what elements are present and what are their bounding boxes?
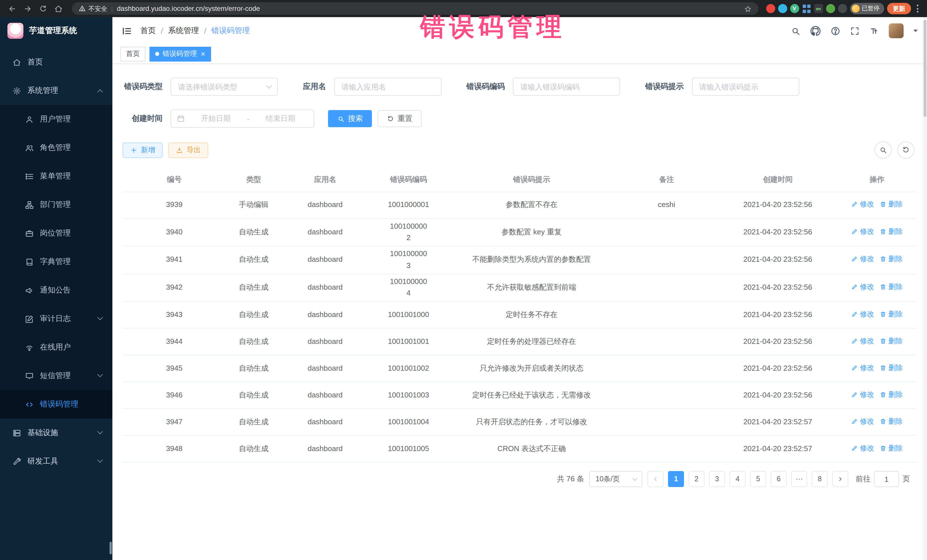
sidebar-item-system-management[interactable]: 系统管理 [0, 76, 112, 105]
browser-reload-button[interactable] [36, 2, 49, 15]
delete-button[interactable]: 删除 [880, 362, 903, 373]
error-code-input[interactable] [513, 77, 620, 96]
prev-page-button[interactable] [647, 471, 663, 487]
delete-button[interactable]: 删除 [880, 389, 903, 400]
toggle-search-button[interactable] [874, 141, 892, 159]
browser-update-button[interactable]: 更新 [887, 3, 911, 14]
browser-back-button[interactable] [6, 2, 18, 15]
sidebar-item-online-users[interactable]: 在线用户 [0, 333, 112, 361]
error-code-field[interactable] [513, 77, 620, 96]
breadcrumb-item[interactable]: 首页 [140, 26, 156, 36]
vue-devtools-icon[interactable]: V [790, 4, 799, 13]
fullscreen-button[interactable] [850, 26, 860, 36]
refresh-table-button[interactable] [897, 141, 915, 159]
breadcrumb-item[interactable]: 系统管理 [168, 26, 199, 36]
page-button-3[interactable]: 3 [709, 471, 725, 487]
page-button-1[interactable]: 1 [668, 471, 684, 487]
edit-button[interactable]: 修改 [851, 226, 874, 237]
error-hint-input[interactable] [692, 77, 799, 96]
table-row: 3945自动生成dashboard1001001002只允许修改为开启或者关闭状… [123, 355, 917, 382]
app-name-field[interactable] [334, 77, 441, 96]
browser-home-button[interactable] [52, 2, 64, 15]
extension-red-icon[interactable] [766, 4, 775, 13]
edit-button[interactable]: 修改 [851, 335, 874, 347]
bookmark-star-button[interactable] [744, 3, 752, 14]
edit-button[interactable]: 修改 [851, 443, 874, 454]
help-button[interactable] [831, 26, 840, 36]
browser-menu-button[interactable] [914, 5, 921, 12]
tab-home[interactable]: 首页 [120, 47, 146, 61]
sidebar-item-dept-management[interactable]: 部门管理 [0, 190, 112, 219]
delete-button[interactable]: 删除 [880, 199, 903, 210]
search-button[interactable]: 搜索 [328, 110, 372, 127]
sidebar-scrollbar-thumb[interactable] [109, 542, 112, 554]
date-start-placeholder[interactable]: 开始日期 [188, 114, 243, 124]
close-icon[interactable]: × [201, 50, 205, 58]
tab-error-code-management[interactable]: 错误码管理× [149, 47, 211, 61]
sidebar-item-user-management[interactable]: 用户管理 [0, 105, 112, 134]
edit-button[interactable]: 修改 [851, 281, 874, 293]
breadcrumb-item[interactable]: 错误码管理 [211, 26, 250, 36]
edit-button[interactable]: 修改 [851, 253, 874, 265]
scrollbar-thumb[interactable] [924, 20, 926, 117]
sidebar-item-audit-log[interactable]: 审计日志 [0, 305, 112, 333]
edit-button[interactable]: 修改 [851, 308, 874, 320]
edit-button[interactable]: 修改 [851, 362, 874, 373]
sidebar-item-notice-announcement[interactable]: 通知公告 [0, 276, 112, 305]
chevron-down-icon[interactable] [913, 30, 918, 34]
add-button[interactable]: 新增 [123, 142, 163, 158]
error-hint-field[interactable] [692, 77, 799, 96]
delete-button[interactable]: 删除 [880, 416, 903, 427]
github-link[interactable] [810, 25, 821, 36]
export-button[interactable]: 导出 [168, 142, 208, 158]
page-button-2[interactable]: 2 [688, 471, 705, 487]
browser-forward-button[interactable] [21, 2, 33, 15]
delete-button[interactable]: 删除 [880, 281, 903, 293]
sidebar-item-dict-management[interactable]: 字典管理 [0, 247, 112, 276]
delete-button[interactable]: 删除 [880, 308, 903, 320]
profile-paused-chip[interactable]: 已暂停 [850, 3, 884, 14]
sidebar-item-menu-management[interactable]: 菜单管理 [0, 162, 112, 190]
app-logo[interactable]: 芋道管理系统 [0, 17, 112, 44]
extensions-puzzle-icon[interactable] [838, 4, 847, 13]
edit-button[interactable]: 修改 [851, 199, 874, 210]
next-page-button[interactable] [832, 471, 848, 487]
sidebar-item-dev-tools[interactable]: 研发工具 [0, 447, 112, 476]
date-range-picker[interactable]: 开始日期 - 结束日期 [170, 109, 314, 128]
security-chip[interactable]: 不安全 [79, 4, 107, 13]
delete-button[interactable]: 删除 [880, 335, 903, 347]
edit-button[interactable]: 修改 [851, 389, 874, 400]
date-end-placeholder[interactable]: 结束日期 [253, 114, 308, 124]
page-button-4[interactable]: 4 [729, 471, 746, 487]
address-bar[interactable]: 不安全 | dashboard.yudao.iocoder.cn/system/… [72, 2, 758, 15]
proxy-on-icon[interactable]: on [814, 4, 823, 13]
delete-button[interactable]: 删除 [880, 443, 903, 454]
sidebar-item-sms-management[interactable]: 短信管理 [0, 361, 112, 390]
user-avatar[interactable] [889, 23, 904, 38]
page-button-6[interactable]: 6 [771, 471, 787, 487]
jump-page-input[interactable] [874, 471, 899, 487]
delete-button[interactable]: 删除 [880, 226, 903, 237]
app-name-input[interactable] [334, 77, 441, 96]
sidebar-item-home[interactable]: 首页 [0, 48, 112, 76]
sidebar-collapse-button[interactable] [122, 25, 132, 36]
error-type-input[interactable] [170, 77, 278, 96]
extension-green-icon[interactable] [826, 4, 835, 13]
edit-button[interactable]: 修改 [851, 416, 874, 427]
error-type-select[interactable] [170, 77, 278, 96]
cell-actions: 修改删除 [837, 355, 917, 382]
more-pages-button[interactable]: ··· [791, 471, 807, 487]
delete-button[interactable]: 删除 [880, 253, 903, 265]
sidebar-item-error-code-management[interactable]: 错误码管理 [0, 390, 112, 419]
page-button-5[interactable]: 5 [750, 471, 766, 487]
extension-colorpicker-icon[interactable] [778, 4, 787, 13]
extension-grid-icon[interactable] [802, 4, 811, 13]
page-size-select[interactable] [589, 471, 642, 487]
sidebar-item-post-management[interactable]: 岗位管理 [0, 219, 112, 247]
font-size-button[interactable] [869, 26, 879, 36]
sidebar-item-role-management[interactable]: 角色管理 [0, 134, 112, 162]
sidebar-item-infrastructure[interactable]: 基础设施 [0, 419, 112, 447]
page-button-8[interactable]: 8 [812, 471, 828, 487]
reset-button[interactable]: 重置 [378, 110, 422, 127]
header-search-button[interactable] [791, 26, 800, 36]
